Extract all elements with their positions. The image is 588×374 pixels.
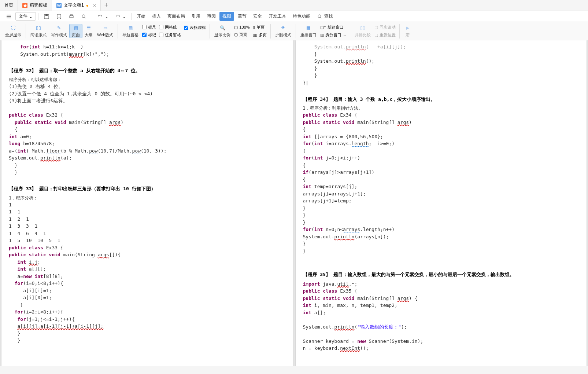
code-line: } [303, 51, 580, 58]
menu-features[interactable]: 特色功能 [290, 12, 313, 21]
svg-rect-1 [45, 14, 48, 16]
web-layout-button[interactable]: ▭ Web版式 [95, 24, 115, 38]
search-label: 查找 [324, 13, 333, 19]
print-button[interactable] [66, 12, 77, 21]
section-title-34: 【程序 34】 题目：输入 3 个数 a,b,c，按大小顺序输出。 [303, 96, 580, 103]
section-title-32: 【程序 32】 题目：取一个整数 a 从右端开始的 4～7 位。 [9, 67, 285, 74]
code-line: for(int k=11;k>=1;k--) [9, 43, 285, 51]
save-button[interactable] [41, 12, 52, 21]
outline-button[interactable]: ☰ 大纲 [82, 24, 95, 38]
triangle-row: 1 1 [9, 208, 285, 216]
multi-page-button[interactable]: ▯▯ 多页 [251, 32, 268, 38]
modified-indicator: ● [86, 3, 89, 8]
code-line: { [303, 176, 580, 183]
document-page-right[interactable]: System.out.println( +a[i][j]); } System.… [296, 40, 587, 374]
code-line: for(j=1;j<=i-1;j++){ [9, 316, 285, 323]
statusbar [0, 366, 588, 374]
tab-label: 稻壳模板 [30, 2, 47, 8]
code-line: public static void main(String[] args) [303, 119, 580, 126]
single-page-button[interactable]: ▯ 单页 [251, 24, 268, 31]
tab-home[interactable]: 首页 [0, 0, 18, 11]
zoom-100-button[interactable]: ▢ 100% [233, 24, 251, 30]
code-line: public class Ex32 { [9, 111, 285, 119]
page-view-button[interactable]: ▤ 页面 [69, 24, 82, 38]
saveas-button[interactable] [53, 12, 65, 21]
code-line: int a[][]; [9, 265, 285, 273]
zoom-ratio-button[interactable]: 🔍 显示比例 [212, 24, 233, 38]
table-gridlines-checkbox[interactable]: 表格虚框 [182, 24, 207, 31]
code-line: } [303, 219, 580, 226]
menu-review[interactable]: 审阅 [204, 12, 219, 21]
macro-icon: ▶ [404, 24, 411, 32]
gridlines-checkbox[interactable]: 网格线 [158, 24, 182, 31]
code-line: { [9, 126, 285, 133]
book-icon: ▯▯ [35, 24, 42, 32]
preview-button[interactable] [78, 12, 90, 21]
search-icon [317, 14, 323, 19]
tab-template[interactable]: ◆ 稻壳模板 [18, 0, 52, 11]
menu-security[interactable]: 安全 [250, 12, 265, 21]
write-mode-button[interactable]: ✎ 写作模式 [49, 24, 69, 38]
code-line: } [303, 247, 580, 255]
menu-reference[interactable]: 引用 [189, 12, 203, 21]
code-line: if(arrays[j]>arrays[j+1]) [303, 169, 580, 176]
code-line: for(int n=0;n<arrays.length;n++) [303, 226, 580, 233]
nav-pane-button[interactable]: ▤ 导航窗格 [120, 24, 141, 38]
web-icon: ▭ [101, 24, 109, 32]
triangle-row: 1 5 10 10 5 1 [9, 237, 285, 244]
side-by-side-button[interactable]: ▯▯ 并排比较 [352, 24, 373, 38]
step: (2)设置一个低 4 位全为 1,其余全为 0 的数。可用~(~0 < <4) [9, 90, 285, 98]
svg-line-5 [85, 17, 86, 18]
fullscreen-button[interactable]: ⛶ 全屏显示 [3, 24, 23, 38]
tab-document[interactable]: W 文字文稿1 ● × [52, 0, 101, 11]
read-layout-button[interactable]: ▯▯ 阅读版式 [28, 24, 49, 38]
triangle-row: 1 3 3 1 [9, 223, 285, 230]
code-line: System.out.println( +a[i][j]); [303, 43, 580, 51]
code-line: for(i=0;i<8;i++){ [9, 280, 285, 287]
hamburger-button[interactable] [3, 12, 15, 21]
undo-icon [97, 14, 103, 19]
new-window-button[interactable]: ▢⁺ 新建窗口 [319, 24, 348, 31]
code-line: public class Ex35 { [303, 287, 580, 295]
task-pane-checkbox[interactable]: 任务窗格 [158, 32, 182, 38]
search-button[interactable]: 查找 [314, 12, 336, 21]
code-line: import java.util.*; [303, 280, 580, 288]
redo-button[interactable]: ⌄ [112, 12, 129, 21]
section-title-33: 【程序 33】 题目：打印出杨辉三角形（要求打印出 10 行如下图） [9, 185, 285, 192]
code-line: } [9, 301, 285, 309]
menu-view[interactable]: 视图 [219, 12, 234, 21]
code-line: } [303, 72, 580, 79]
workspace: for(int k=11;k>=1;k--) System.out.print(… [0, 40, 588, 374]
split-window-button[interactable]: ▥ 拆分窗口 ⌄ [319, 32, 348, 38]
page-width-button[interactable]: ▢ 页宽 [233, 31, 251, 38]
markup-checkbox[interactable]: 标记 [141, 32, 158, 38]
macro-button[interactable]: ▶ 宏 [402, 24, 414, 38]
code-line: int i, min, max, n, temp1, temp2; [303, 302, 580, 309]
new-tab-button[interactable]: + [101, 0, 112, 11]
document-page-left[interactable]: for(int k=11;k>=1;k--) System.out.print(… [1, 40, 293, 374]
word-icon: W [56, 3, 62, 8]
undo-button[interactable]: ⌄ [95, 12, 111, 21]
code-line: } [9, 337, 285, 344]
analysis-label: 1．程序分析： [9, 195, 285, 201]
saveas-icon [56, 14, 62, 19]
eye-protect-button[interactable]: 👁 护眼模式 [273, 24, 293, 38]
close-icon[interactable]: × [93, 3, 96, 8]
code-line: { [303, 126, 580, 133]
code-line: arrays[j+1]=temp; [303, 197, 580, 205]
menu-page-layout[interactable]: 页面布局 [164, 12, 188, 21]
menu-insert[interactable]: 插入 [149, 12, 164, 21]
code-line: System.out.println(arrays[n]); [303, 233, 580, 241]
ruler-checkbox[interactable]: 标尺 [141, 24, 158, 31]
code-line: } [303, 240, 580, 247]
menu-chapter[interactable]: 章节 [235, 12, 249, 21]
arrange-window-button[interactable]: ▦ 重排窗口 [298, 24, 319, 38]
nav-icon: ▤ [127, 24, 134, 32]
code-line: } [9, 162, 285, 169]
svg-line-7 [321, 17, 322, 18]
triangle-row: 1 [9, 201, 285, 209]
menu-devtools[interactable]: 开发工具 [266, 12, 289, 21]
code-line: System.out.print(myarr[k]+","); [9, 51, 285, 58]
file-menu[interactable]: 文件 ⌄ [15, 12, 36, 21]
menu-start[interactable]: 开始 [134, 12, 148, 21]
